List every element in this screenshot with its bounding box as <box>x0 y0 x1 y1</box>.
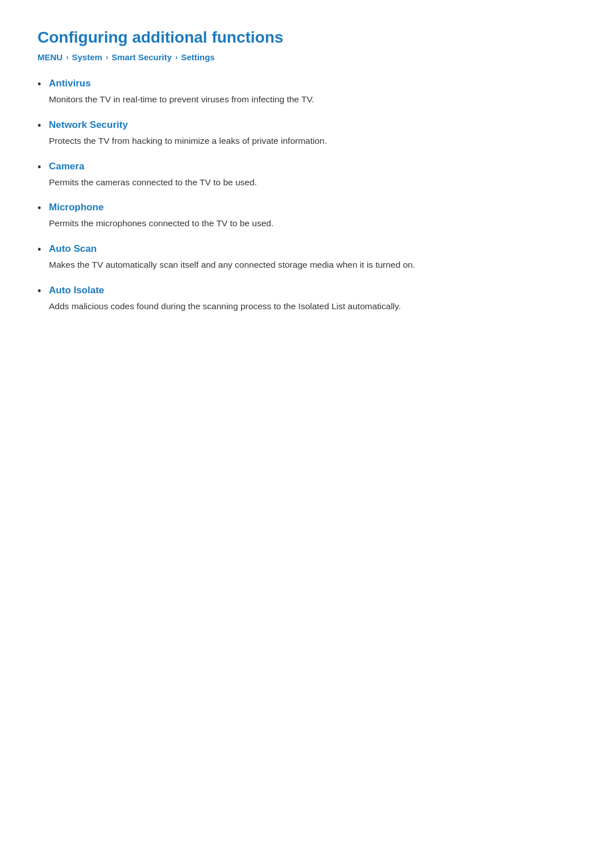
camera-description: Permits the cameras connected to the TV … <box>49 177 257 187</box>
page-title: Configuring additional functions <box>38 28 576 47</box>
breadcrumb-separator-1: › <box>66 53 68 61</box>
breadcrumb: MENU › System › Smart Security › Setting… <box>38 52 576 62</box>
features-list: Antivirus Monitors the TV in real-time t… <box>38 78 576 314</box>
auto-scan-description: Makes the TV automatically scan itself a… <box>49 260 415 269</box>
auto-scan-title[interactable]: Auto Scan <box>49 243 576 255</box>
breadcrumb-separator-3: › <box>175 53 177 61</box>
network-security-description: Protects the TV from hacking to minimize… <box>49 136 327 146</box>
microphone-title[interactable]: Microphone <box>49 202 576 213</box>
antivirus-description: Monitors the TV in real-time to prevent … <box>49 94 314 104</box>
list-item-auto-isolate: Auto Isolate Adds malicious codes found … <box>38 285 576 314</box>
breadcrumb-smart-security[interactable]: Smart Security <box>111 52 172 62</box>
network-security-title[interactable]: Network Security <box>49 119 576 131</box>
list-item-camera: Camera Permits the cameras connected to … <box>38 161 576 190</box>
list-item-microphone: Microphone Permits the microphones conne… <box>38 202 576 231</box>
microphone-description: Permits the microphones connected to the… <box>49 218 273 228</box>
auto-isolate-description: Adds malicious codes found during the sc… <box>49 301 401 311</box>
list-item-antivirus: Antivirus Monitors the TV in real-time t… <box>38 78 576 107</box>
breadcrumb-settings[interactable]: Settings <box>181 52 214 62</box>
breadcrumb-system[interactable]: System <box>72 52 102 62</box>
breadcrumb-menu[interactable]: MENU <box>38 52 63 62</box>
auto-isolate-title[interactable]: Auto Isolate <box>49 285 576 296</box>
breadcrumb-separator-2: › <box>106 53 108 61</box>
list-item-network-security: Network Security Protects the TV from ha… <box>38 119 576 148</box>
camera-title[interactable]: Camera <box>49 161 576 172</box>
antivirus-title[interactable]: Antivirus <box>49 78 576 89</box>
list-item-auto-scan: Auto Scan Makes the TV automatically sca… <box>38 243 576 272</box>
